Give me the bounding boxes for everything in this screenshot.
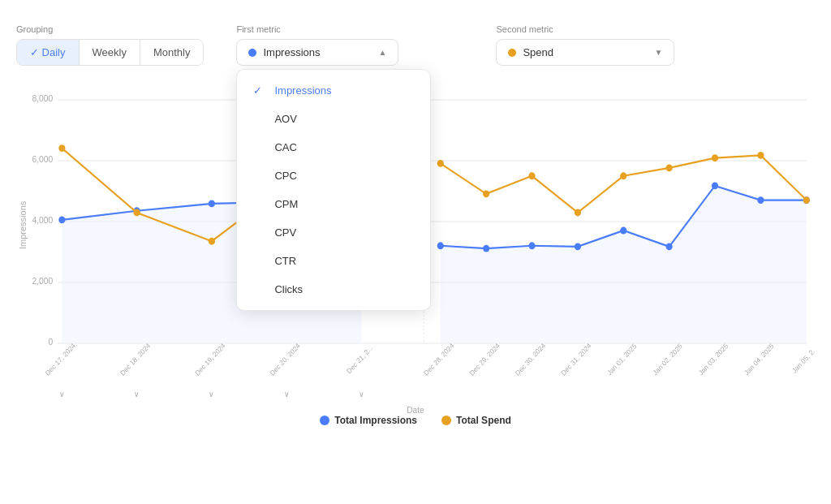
svg-text:∨: ∨ [359,390,364,398]
svg-point-36 [575,209,581,217]
svg-text:Dec 19, 2024: Dec 19, 2024 [193,341,226,377]
svg-point-30 [712,182,718,189]
dropdown-item-label: CPV [274,226,296,239]
first-metric-trigger[interactable]: Impressions ▲ [236,39,398,66]
svg-text:Jan 04, 2025: Jan 04, 2025 [743,342,775,377]
svg-point-40 [757,152,764,159]
dropdown-item-cpm[interactable]: CPM [237,190,430,218]
dropdown-item-cpv[interactable]: CPV [237,218,430,247]
svg-point-18 [134,209,140,217]
svg-point-19 [209,238,215,245]
second-metric-value: Spend [523,46,553,58]
svg-point-25 [483,245,489,252]
svg-text:Dec 21, 2...: Dec 21, 2... [345,343,374,375]
svg-text:Jan 03, 2025: Jan 03, 2025 [697,342,730,377]
svg-marker-23 [441,186,807,343]
grouping-group: Grouping ✓ Daily Weekly Monthly [16,24,204,66]
first-metric-value: Impressions [263,46,320,58]
svg-text:Date: Date [407,405,424,415]
svg-text:6,000: 6,000 [32,154,53,164]
svg-text:∨: ∨ [134,390,140,398]
first-metric-group: First metric Impressions ▲ ✓ Impressions [236,24,398,66]
dropdown-item-aov[interactable]: AOV [237,105,430,133]
svg-text:∨: ∨ [59,390,65,398]
dropdown-item-label: CTR [274,255,296,267]
svg-point-37 [620,172,626,179]
svg-text:Jan 01, 2025: Jan 01, 2025 [605,342,638,377]
svg-text:Dec 18, 2024: Dec 18, 2024 [118,341,152,377]
svg-point-38 [666,164,673,171]
svg-point-29 [666,243,673,250]
svg-point-26 [528,242,535,249]
second-metric-label: Second metric [496,24,674,34]
svg-point-39 [712,154,718,162]
dropdown-item-ctr[interactable]: CTR [237,247,430,275]
controls-row: Grouping ✓ Daily Weekly Monthly First me… [16,24,815,66]
svg-point-14 [209,200,215,208]
svg-point-31 [757,196,764,204]
svg-text:Dec 28, 2024: Dec 28, 2024 [422,341,455,377]
svg-point-28 [620,227,626,235]
dropdown-item-label: Impressions [274,84,331,97]
svg-text:Jan 02, 2025: Jan 02, 2025 [651,342,683,377]
svg-text:0: 0 [48,337,53,347]
svg-point-33 [437,160,444,167]
dropdown-item-label: CAC [274,141,296,153]
svg-text:Impressions: Impressions [19,201,28,249]
first-metric-chevron-up-icon: ▲ [379,48,387,57]
dropdown-item-label: AOV [274,113,296,125]
first-metric-menu: ✓ Impressions AOV CAC CPC [236,69,431,311]
second-metric-dropdown: Spend ▼ [496,39,674,66]
second-metric-group: Second metric Spend ▼ [496,24,674,66]
svg-text:Dec 30, 2024: Dec 30, 2024 [514,341,547,377]
svg-text:∨: ∨ [284,390,290,398]
svg-text:∨: ∨ [209,390,215,398]
grouping-daily[interactable]: ✓ Daily [17,40,80,65]
dropdown-item-impressions[interactable]: ✓ Impressions [237,76,430,105]
svg-point-41 [803,196,810,204]
svg-text:Jan 05, 2...: Jan 05, 2... [790,344,815,375]
svg-point-24 [437,242,444,249]
dropdown-item-label: Clicks [274,283,303,295]
svg-point-34 [483,190,489,197]
grouping-label: Grouping [16,24,204,34]
check-icon: ✓ [253,84,266,97]
second-metric-chevron-down-icon: ▼ [655,48,663,57]
first-metric-label: First metric [236,24,398,34]
svg-point-17 [58,144,65,152]
svg-text:Dec 29, 2024: Dec 29, 2024 [467,341,501,377]
svg-text:2,000: 2,000 [32,276,53,286]
dropdown-item-cpc[interactable]: CPC [237,162,430,190]
dropdown-item-label: CPM [274,198,298,210]
second-metric-trigger[interactable]: Spend ▼ [496,39,674,66]
second-metric-dot [508,49,516,57]
dropdown-item-clicks[interactable]: Clicks [237,275,430,304]
svg-text:4,000: 4,000 [32,215,53,225]
grouping-monthly[interactable]: Monthly [140,40,204,65]
svg-point-12 [58,216,65,223]
svg-text:Dec 20, 2024: Dec 20, 2024 [268,341,301,377]
svg-text:Dec 31, 2024: Dec 31, 2024 [559,341,592,377]
first-metric-dot [248,49,256,57]
svg-text:8,000: 8,000 [32,93,53,103]
svg-point-27 [575,243,581,250]
grouping-buttons: ✓ Daily Weekly Monthly [16,39,204,66]
dropdown-item-cac[interactable]: CAC [237,133,430,162]
grouping-weekly[interactable]: Weekly [80,40,140,65]
first-metric-dropdown: Impressions ▲ ✓ Impressions AOV [236,39,398,66]
dropdown-item-label: CPC [274,170,296,182]
svg-point-35 [528,172,535,179]
page: Grouping ✓ Daily Weekly Monthly First me… [0,0,831,504]
